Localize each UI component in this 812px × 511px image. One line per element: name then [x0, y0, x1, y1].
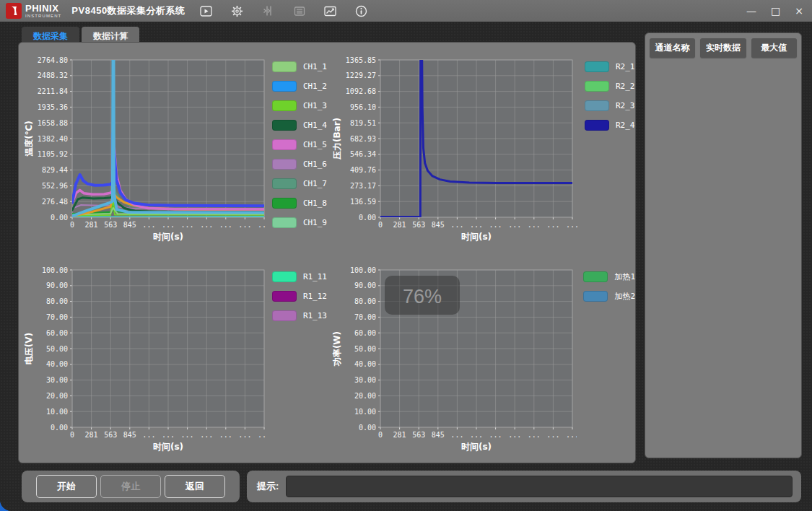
- y-tick-label: 40.00: [46, 360, 68, 368]
- power-plot: 功率(W)100.0090.0080.0070.0060.0050.0040.0…: [331, 263, 577, 453]
- x-tick-label: ...: [258, 221, 266, 229]
- legend-item: 加热2: [583, 291, 635, 302]
- realtime-data-button[interactable]: 实时数据: [700, 38, 746, 58]
- app-window: PHINIX INSTRUMENT PV8450数据采集分析系统: [0, 0, 812, 511]
- x-axis-label: 时间(s): [153, 442, 183, 452]
- x-tick-label: ...: [142, 431, 155, 439]
- legend-label: R1_12: [303, 292, 327, 301]
- x-tick-label: ...: [528, 221, 541, 229]
- legend-label: CH1_9: [303, 218, 327, 227]
- voltage-legend: R1_11R1_12R1_13: [272, 271, 327, 447]
- y-axis-label: 电压(V): [24, 333, 34, 364]
- temperature-legend: CH1_1CH1_2CH1_3CH1_4CH1_5CH1_6CH1_7CH1_8…: [272, 61, 327, 237]
- x-tick-label: ...: [489, 431, 502, 439]
- y-tick-label: 30.00: [46, 376, 68, 384]
- y-tick-label: 1229.27: [346, 71, 376, 79]
- gear-icon[interactable]: [231, 4, 244, 17]
- legend-swatch: [272, 159, 297, 170]
- brand-name: PHINIX: [25, 4, 61, 13]
- y-tick-label: 1935.36: [38, 103, 68, 111]
- legend-swatch: [272, 81, 297, 92]
- toolbar: [200, 4, 368, 17]
- legend-item: CH1_6: [272, 159, 327, 170]
- y-tick-label: 60.00: [354, 329, 376, 337]
- stop-button[interactable]: 停止: [100, 475, 161, 498]
- legend-item: R1_13: [272, 310, 327, 321]
- x-tick-label: ...: [450, 431, 463, 439]
- temperature-chart: 温度(℃)2764.802488.322211.841935.361658.88…: [19, 43, 327, 253]
- data-table-body: [650, 58, 797, 451]
- y-tick-label: 1092.68: [346, 87, 376, 95]
- y-tick-label: 80.00: [354, 297, 376, 305]
- x-tick-label: ...: [162, 221, 175, 229]
- legend-label: CH1_6: [303, 160, 327, 169]
- channels-icon[interactable]: [262, 4, 275, 17]
- y-tick-label: 829.44: [42, 166, 68, 174]
- x-tick-label: ...: [258, 431, 266, 439]
- maximize-button[interactable]: □: [771, 6, 780, 16]
- play-icon[interactable]: [200, 4, 213, 17]
- x-tick-label: ...: [238, 431, 251, 439]
- data-table-header: 通道名称 实时数据 最大值: [650, 38, 797, 58]
- y-tick-label: 0.00: [359, 214, 376, 222]
- y-tick-label: 100.00: [350, 266, 376, 274]
- x-tick-label: ...: [181, 431, 194, 439]
- x-tick-label: 845: [123, 431, 136, 439]
- y-tick-label: 0.00: [51, 424, 68, 432]
- y-tick-label: 1382.40: [38, 135, 68, 143]
- legend-item: R1_11: [272, 271, 327, 282]
- x-tick-label: 0: [70, 431, 74, 439]
- brand-text: PHINIX INSTRUMENT: [25, 4, 61, 18]
- titlebar: PHINIX INSTRUMENT PV8450数据采集分析系统: [0, 0, 812, 22]
- legend-swatch: [585, 100, 609, 111]
- legend-item: R2_1: [585, 61, 635, 72]
- legend-label: CH1_1: [303, 62, 327, 71]
- x-tick-label: 0: [378, 431, 383, 439]
- y-tick-label: 20.00: [354, 392, 376, 400]
- hint-input[interactable]: [286, 476, 793, 497]
- display-icon[interactable]: [293, 4, 306, 17]
- start-button[interactable]: 开始: [36, 475, 97, 498]
- max-value-button[interactable]: 最大值: [751, 38, 797, 58]
- legend-item: CH1_3: [272, 100, 327, 111]
- x-tick-label: 0: [70, 221, 74, 229]
- y-tick-label: 100.00: [42, 266, 68, 274]
- x-tick-label: ...: [546, 431, 559, 439]
- minimize-button[interactable]: —: [746, 6, 756, 16]
- y-tick-label: 546.34: [350, 150, 376, 158]
- y-tick-label: 50.00: [46, 345, 68, 353]
- channel-name-button[interactable]: 通道名称: [650, 38, 695, 58]
- legend-label: CH1_5: [303, 140, 327, 149]
- legend-label: R1_11: [303, 272, 327, 281]
- y-tick-label: 682.93: [350, 135, 376, 143]
- x-tick-label: 281: [393, 431, 406, 439]
- chart-edit-icon[interactable]: [324, 4, 337, 17]
- y-tick-label: 10.00: [354, 408, 376, 416]
- x-tick-label: ...: [238, 221, 251, 229]
- legend-swatch: [272, 120, 297, 131]
- y-tick-label: 20.00: [46, 392, 68, 400]
- legend-label: 加热2: [614, 291, 635, 302]
- y-tick-label: 1105.92: [38, 150, 68, 158]
- legend-item: CH1_8: [272, 198, 327, 209]
- legend-item: CH1_7: [272, 178, 327, 189]
- data-table-panel: 通道名称 实时数据 最大值: [645, 32, 802, 458]
- x-tick-label: 281: [85, 221, 98, 229]
- back-button[interactable]: 返回: [165, 475, 225, 498]
- y-tick-label: 0.00: [359, 424, 376, 432]
- legend-item: R2_3: [585, 100, 635, 111]
- legend-label: R2_1: [616, 62, 635, 71]
- charts-panel: 温度(℃)2764.802488.322211.841935.361658.88…: [18, 42, 636, 463]
- legend-label: R2_4: [616, 121, 635, 130]
- y-tick-label: 90.00: [354, 281, 376, 289]
- y-axis-label: 压力(Bar): [332, 118, 342, 160]
- y-tick-label: 956.10: [350, 103, 376, 111]
- voltage-chart: 电压(V)100.0090.0080.0070.0060.0050.0040.0…: [19, 253, 327, 463]
- x-tick-label: ...: [200, 431, 213, 439]
- hint-label: 提示:: [257, 480, 279, 493]
- y-tick-label: 70.00: [46, 313, 68, 321]
- close-button[interactable]: ×: [795, 6, 803, 16]
- temperature-plot: 温度(℃)2764.802488.322211.841935.361658.88…: [23, 53, 266, 243]
- legend-item: 加热1: [583, 271, 635, 282]
- info-icon[interactable]: [355, 4, 368, 17]
